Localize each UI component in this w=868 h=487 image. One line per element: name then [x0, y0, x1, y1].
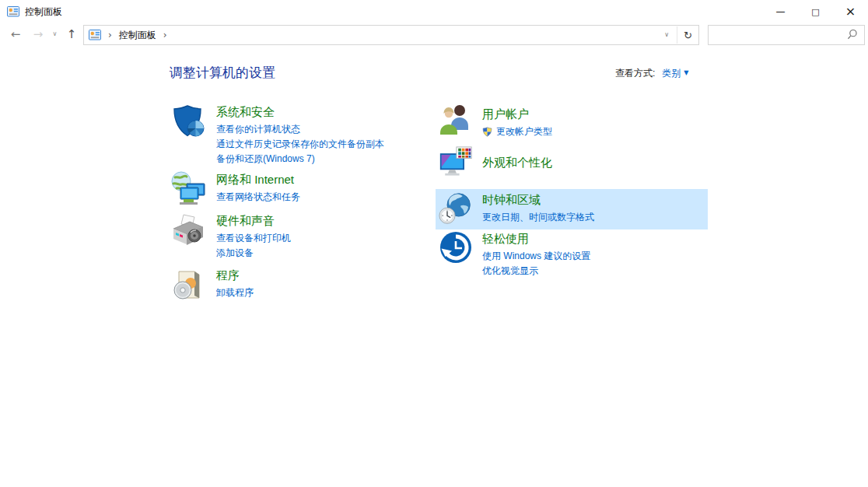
category-link-label: 查看网络状态和任务 [216, 190, 300, 205]
maximize-button[interactable]: □ [798, 0, 833, 23]
category-link[interactable]: 卸载程序 [216, 286, 254, 300]
security-shield-icon [170, 103, 207, 141]
category-link[interactable]: 更改日期、时间或数字格式 [482, 210, 594, 225]
chevron-down-icon: ∨ [664, 31, 669, 38]
accessibility-icon [439, 230, 473, 265]
view-by-dropdown[interactable]: 类别▼ [662, 68, 688, 79]
category-link-label: 备份和还原(Windows 7) [216, 152, 315, 166]
category-link[interactable]: 更改帐户类型 [482, 124, 552, 139]
category-link[interactable]: 查看你的计算机状态 [216, 122, 384, 137]
search-input[interactable] [709, 26, 849, 43]
chevron-down-icon: ∨ [53, 31, 58, 37]
category-link-label: 卸载程序 [216, 286, 254, 300]
category-link-label: 使用 Windows 建议的设置 [482, 249, 590, 264]
dropdown-caret-icon: ▼ [684, 69, 688, 76]
control-panel-icon [89, 29, 101, 41]
back-arrow-icon: ← [11, 29, 21, 40]
users-icon [439, 101, 473, 135]
forward-button[interactable]: → [28, 23, 48, 45]
breadcrumb-separator-icon[interactable]: › [163, 30, 167, 40]
close-button[interactable]: × [833, 0, 868, 23]
category-title-user-accounts[interactable]: 用户帐户 [482, 107, 552, 121]
view-by-value: 类别 [662, 68, 681, 79]
category-title-system-security[interactable]: 系统和安全 [216, 105, 384, 119]
up-button[interactable]: ↑ [62, 23, 81, 45]
window-title: 控制面板 [25, 5, 62, 19]
category-title-ease-of-access[interactable]: 轻松使用 [482, 232, 590, 246]
up-arrow-icon: ↑ [67, 29, 77, 40]
minimize-icon: — [776, 7, 786, 16]
address-bar[interactable]: › 控制面板 › ∨ ↻ [83, 25, 699, 45]
refresh-button[interactable]: ↻ [677, 30, 698, 40]
category-link-label: 更改日期、时间或数字格式 [482, 210, 594, 225]
page-title: 调整计算机的设置 [170, 64, 275, 82]
category-programs[interactable]: 程序卸载程序 [170, 267, 426, 304]
view-by-control: 查看方式:类别▼ [615, 67, 689, 80]
globe-clock-icon [439, 191, 473, 226]
category-link-label: 更改帐户类型 [496, 124, 552, 139]
category-link-label: 添加设备 [216, 246, 254, 261]
category-link[interactable]: 添加设备 [216, 246, 291, 261]
category-network-internet[interactable]: 网络和 Internet查看网络状态和任务 [170, 171, 426, 208]
uac-shield-icon [482, 127, 492, 137]
close-icon: × [845, 5, 856, 18]
category-link-label: 查看你的计算机状态 [216, 122, 300, 137]
category-system-security[interactable]: 系统和安全查看你的计算机状态通过文件历史记录保存你的文件备份副本备份和还原(Wi… [170, 103, 426, 166]
category-link-label: 查看设备和打印机 [216, 231, 291, 246]
titlebar: 控制面板 — □ × [0, 0, 868, 23]
category-title-network-internet[interactable]: 网络和 Internet [216, 173, 300, 187]
category-title-programs[interactable]: 程序 [216, 268, 254, 282]
refresh-icon: ↻ [684, 30, 692, 41]
category-hardware-sound[interactable]: 硬件和声音查看设备和打印机添加设备 [170, 212, 426, 261]
navigation-toolbar: ← → ∨ ↑ › 控制面板 › ∨ ↻ [0, 23, 868, 46]
category-title-hardware-sound[interactable]: 硬件和声音 [216, 214, 291, 228]
category-link-label: 通过文件历史记录保存你的文件备份副本 [216, 137, 384, 152]
category-link-label: 优化视觉显示 [482, 264, 538, 279]
category-link[interactable]: 通过文件历史记录保存你的文件备份副本 [216, 137, 384, 152]
category-ease-of-access[interactable]: 轻松使用使用 Windows 建议的设置优化视觉显示 [436, 230, 708, 279]
printer-icon [170, 212, 207, 250]
back-button[interactable]: ← [5, 23, 26, 45]
category-user-accounts[interactable]: 用户帐户 更改帐户类型 [436, 101, 708, 139]
network-globe-icon [170, 171, 207, 208]
breadcrumb-separator-icon[interactable]: › [108, 30, 112, 40]
maximize-icon: □ [811, 8, 819, 16]
category-clock-region[interactable]: 时钟和区域更改日期、时间或数字格式 [436, 189, 708, 229]
view-by-label: 查看方式: [615, 68, 655, 79]
search-box [708, 25, 865, 45]
category-link[interactable]: 优化视觉显示 [482, 264, 590, 279]
monitor-palette-icon [439, 146, 473, 180]
category-appearance-personalization[interactable]: 外观和个性化 [436, 146, 708, 180]
forward-arrow-icon: → [33, 29, 44, 40]
control-panel-icon [7, 5, 19, 18]
address-dropdown-button[interactable]: ∨ [656, 32, 677, 38]
window-controls: — □ × [763, 0, 868, 23]
software-box-icon [170, 267, 207, 304]
category-title-clock-region[interactable]: 时钟和区域 [482, 193, 594, 207]
category-link[interactable]: 查看网络状态和任务 [216, 190, 300, 205]
recent-locations-button[interactable]: ∨ [49, 23, 61, 45]
category-link[interactable]: 使用 Windows 建议的设置 [482, 249, 590, 264]
minimize-button[interactable]: — [763, 0, 798, 23]
category-link[interactable]: 查看设备和打印机 [216, 231, 291, 246]
breadcrumb-root[interactable]: 控制面板 [119, 29, 156, 42]
category-title-appearance-personalization[interactable]: 外观和个性化 [482, 156, 552, 170]
category-link[interactable]: 备份和还原(Windows 7) [216, 152, 384, 166]
search-icon [846, 29, 858, 40]
